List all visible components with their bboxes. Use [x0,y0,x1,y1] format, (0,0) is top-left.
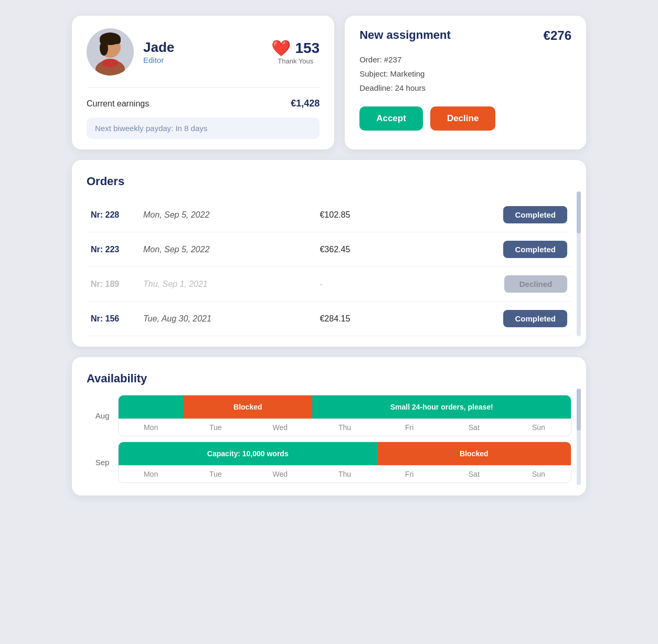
order-amount: €284.15 [315,302,405,336]
day-label: Mon [119,419,183,436]
decline-button[interactable]: Decline [430,106,495,131]
day-label: Sun [506,419,571,436]
order-amount: €362.45 [315,232,405,267]
bar-segment-green[interactable]: Capacity: 10,000 words [119,442,377,465]
month-label: Aug [87,395,118,436]
profile-card: Jade Editor ❤️ 153 Thank Yous Current ea… [72,16,334,149]
availability-grid: AugBlockedSmall 24-hour orders, please!M… [87,395,571,483]
order-nr: Nr: 228 [87,198,139,232]
order-amount: - [315,267,405,302]
svg-point-5 [100,41,108,56]
order-nr: Nr: 156 [87,302,139,336]
svg-point-6 [102,59,119,67]
table-row: Nr: 156Tue, Aug 30, 2021€284.15Completed [87,302,571,336]
assignment-title: New assignment [359,28,451,42]
thank-you-count: 153 [295,40,320,57]
day-label: Tue [183,419,248,436]
order-number: Order: #237 [359,52,571,67]
order-date: Tue, Aug 30, 2021 [139,302,315,336]
divider [87,87,320,88]
order-status-cell: Declined [405,267,571,302]
order-status-cell: Completed [405,302,571,336]
deadline: Deadline: 24 hours [359,81,571,95]
availability-card: Availability AugBlockedSmall 24-hour ord… [72,357,586,496]
earnings-value: €1,428 [291,98,320,109]
order-date: Mon, Sep 5, 2022 [139,232,315,267]
scrollbar[interactable] [577,191,581,336]
table-row: Nr: 223Mon, Sep 5, 2022€362.45Completed [87,232,571,267]
availability-title: Availability [87,372,571,385]
order-status-cell: Completed [405,198,571,232]
day-label: Fri [377,466,442,482]
status-badge: Completed [503,310,567,327]
day-label: Wed [248,466,312,482]
order-nr: Nr: 189 [87,267,139,302]
bar-segment-orange[interactable]: Blocked [377,442,571,465]
day-label: Thu [312,466,377,482]
assignment-card: New assignment €276 Order: #237 Subject:… [345,16,586,149]
heart-icon: ❤️ [271,39,291,57]
month-label: Sep [87,442,118,483]
day-label: Mon [119,466,183,482]
profile-name: Jade [143,39,174,56]
order-status-cell: Completed [405,232,571,267]
availability-scrollbar[interactable] [577,389,581,485]
day-label: Sun [506,466,571,482]
day-label: Tue [183,466,248,482]
profile-role: Editor [143,56,174,65]
bar-segment-green[interactable]: Small 24-hour orders, please! [312,395,571,418]
order-date: Thu, Sep 1, 2021 [139,267,315,302]
status-badge: Completed [503,241,567,258]
orders-title: Orders [87,175,571,188]
orders-card: Orders Nr: 228Mon, Sep 5, 2022€102.85Com… [72,160,586,347]
payday-banner: Next biweekly payday: In 8 days [87,117,320,139]
day-label: Sat [442,419,506,436]
status-badge: Declined [504,275,567,293]
order-amount: €102.85 [315,198,405,232]
orders-table: Nr: 228Mon, Sep 5, 2022€102.85CompletedN… [87,198,571,336]
earnings-label: Current earnings [87,99,149,109]
day-label: Wed [248,419,312,436]
accept-button[interactable]: Accept [359,106,423,131]
bar-segment-green[interactable] [119,395,183,418]
assignment-price: €276 [544,28,571,43]
thank-you-label: Thank Yous [278,57,313,65]
table-row: Nr: 228Mon, Sep 5, 2022€102.85Completed [87,198,571,232]
avatar [87,28,134,76]
table-row: Nr: 189Thu, Sep 1, 2021-Declined [87,267,571,302]
order-date: Mon, Sep 5, 2022 [139,198,315,232]
week-row: SepCapacity: 10,000 wordsBlockedMonTueWe… [87,442,571,483]
day-label: Sat [442,466,506,482]
day-label: Thu [312,419,377,436]
status-badge: Completed [503,206,567,223]
day-label: Fri [377,419,442,436]
bar-segment-orange[interactable]: Blocked [183,395,312,418]
subject: Subject: Marketing [359,67,571,81]
week-row: AugBlockedSmall 24-hour orders, please!M… [87,395,571,436]
order-nr: Nr: 223 [87,232,139,267]
